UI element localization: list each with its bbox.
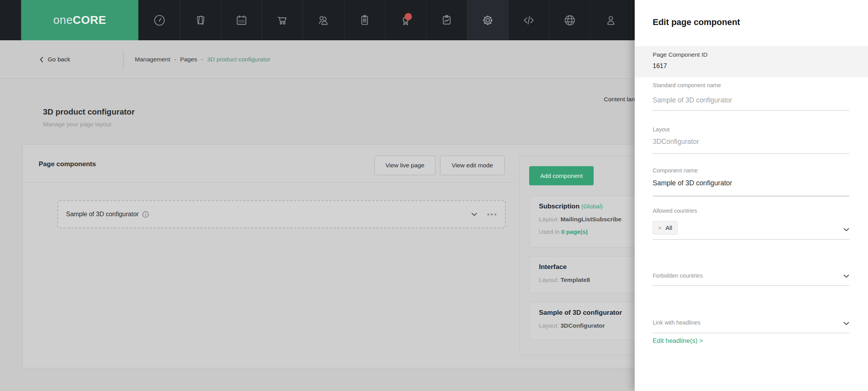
view-live-page-button[interactable]: View live page [374, 156, 435, 175]
chevron-left-icon [40, 57, 43, 63]
breadcrumb: Management - Pages - 3D product configur… [135, 40, 270, 79]
breadcrumb-separator: - [201, 56, 203, 63]
breadcrumb-item-pages[interactable]: Pages [180, 56, 197, 63]
components-sidebar: Add component Subscription (Global) Layo… [519, 156, 652, 355]
nav-item-reports[interactable] [426, 0, 467, 40]
layout-value: MailingListSubscribe [560, 216, 621, 222]
component-card-sample[interactable]: Sample of 3D configurator Layout: 3DConf… [529, 302, 646, 340]
component-name-underline [653, 196, 849, 196]
go-back-button[interactable]: Go back [40, 40, 70, 79]
link-headlines-chevron-icon[interactable] [843, 322, 849, 325]
row-actions [471, 201, 496, 228]
nav-item-code[interactable] [508, 0, 549, 40]
account-icon [604, 14, 617, 27]
breadcrumb-separator: - [174, 56, 176, 63]
component-card-title: Interface [539, 263, 567, 271]
logo-text-one: one [53, 14, 73, 27]
standard-name-value: Sample of 3D configurator [653, 96, 849, 104]
content-language-label: Content lan [604, 96, 635, 104]
speedometer-icon [153, 14, 166, 27]
layout-label: Layout: [539, 322, 559, 329]
card-header-divider [23, 182, 515, 183]
nav-item-calendar[interactable] [221, 0, 262, 40]
component-card-title: Subscription [539, 203, 580, 210]
panel-title: Edit page component [653, 17, 740, 27]
standard-name-underline [653, 110, 849, 111]
view-edit-mode-button[interactable]: View edit mode [440, 156, 505, 175]
layout-field-label: Layout [653, 126, 849, 133]
forbidden-countries-label[interactable]: Forbidden countries [653, 273, 849, 279]
nav-item-orders[interactable] [344, 0, 385, 40]
component-name-input[interactable] [653, 179, 849, 187]
more-menu-icon[interactable] [487, 213, 496, 215]
allowed-countries-underline[interactable] [653, 239, 849, 240]
allowed-countries-chip[interactable]: × All [653, 221, 678, 235]
allowed-countries-label: Allowed countries [653, 208, 849, 214]
edit-headlines-link[interactable]: Edit headline(s) > [653, 337, 703, 344]
page-subtitle: Manage your page layout [43, 121, 111, 128]
go-back-label: Go back [48, 56, 70, 63]
card-title: Page components [39, 160, 96, 168]
breadcrumb-divider [123, 50, 123, 69]
page-component-id-section: Page Component ID 1617 [635, 46, 868, 77]
nav-item-shop[interactable] [262, 0, 303, 40]
component-card-subscription[interactable]: Subscription (Global) Layout: MailingLis… [529, 196, 646, 248]
standard-name-label: Standard component name [653, 82, 849, 88]
breadcrumb-item-management[interactable]: Management [135, 56, 170, 63]
global-badge: (Global) [581, 203, 603, 210]
logo-text-core: CORE [73, 14, 106, 27]
brand-logo[interactable]: oneCORE [21, 0, 138, 40]
component-row-label: Sample of 3D configurator [66, 211, 139, 218]
code-icon [522, 14, 535, 27]
nav-item-account[interactable] [591, 0, 632, 40]
app-root: oneCORE [0, 0, 868, 391]
layout-field-value: 3DConfigurator [653, 138, 849, 146]
page-component-id-label: Page Component ID [653, 51, 707, 58]
layout-label: Layout: [539, 216, 559, 222]
calendar-icon [235, 14, 248, 27]
nav-item-globe[interactable] [549, 0, 591, 40]
component-card-interface[interactable]: Interface Layout: Template8 [529, 256, 646, 293]
link-headlines-label[interactable]: Link with headlines [653, 319, 849, 326]
globe-icon [563, 14, 576, 27]
notification-dot [404, 13, 412, 20]
edit-component-panel: Edit page component Page Component ID 16… [635, 0, 868, 391]
pages-icon [194, 14, 207, 27]
report-chart-icon [440, 14, 453, 27]
forbidden-countries-underline[interactable] [653, 285, 849, 286]
nav-item-pages[interactable] [180, 0, 221, 40]
page-component-id-value: 1617 [653, 62, 667, 70]
used-pages-link[interactable]: 0 page(s) [561, 228, 588, 235]
chip-remove-icon[interactable]: × [658, 225, 662, 231]
cart-icon [276, 14, 289, 27]
nav-item-users[interactable] [303, 0, 344, 40]
page-components-card: Page components View live page View edit… [22, 144, 664, 368]
page-title: 3D product configurator [43, 107, 135, 117]
clipboard-list-icon [358, 14, 371, 27]
nav-item-awards[interactable] [385, 0, 426, 40]
award-badge-icon [399, 14, 412, 27]
allowed-countries-chevron-icon[interactable] [843, 228, 849, 231]
breadcrumb-item-current: 3D product configurator [207, 56, 270, 63]
add-component-button[interactable]: Add component [529, 166, 594, 185]
chip-label: All [666, 224, 672, 231]
layout-value: Template8 [560, 276, 590, 283]
component-card-title: Sample of 3D configurator [539, 309, 622, 316]
component-row[interactable]: Sample of 3D configurator [57, 200, 506, 228]
gear-icon [481, 14, 494, 27]
info-icon[interactable] [142, 211, 149, 218]
chevron-down-icon[interactable] [471, 213, 477, 216]
nav-item-settings[interactable] [467, 0, 508, 40]
nav-item-dashboard[interactable] [139, 0, 180, 40]
layout-underline [653, 153, 849, 154]
component-name-label: Component name [653, 167, 849, 174]
forbidden-countries-chevron-icon[interactable] [843, 274, 849, 278]
users-icon [317, 14, 330, 27]
layout-value: 3DConfigurator [560, 322, 605, 329]
link-headlines-underline[interactable] [653, 333, 849, 333]
used-in-label: Used in [539, 228, 560, 235]
layout-label: Layout: [539, 276, 559, 283]
